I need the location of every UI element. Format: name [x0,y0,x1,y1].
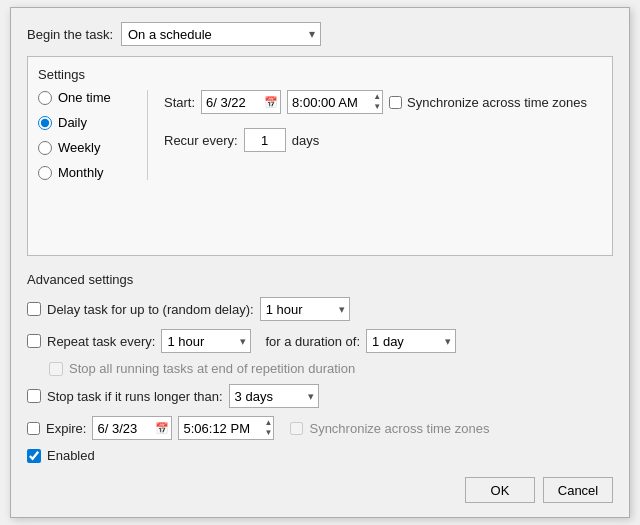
stop-task-checkbox[interactable] [27,389,41,403]
radio-monthly[interactable]: Monthly [38,165,133,180]
enabled-checkbox[interactable] [27,449,41,463]
expire-time-up-arrow[interactable]: ▲ [265,418,273,428]
delay-task-label: Delay task for up to (random delay): [47,302,254,317]
radio-monthly-input[interactable] [38,166,52,180]
expire-time-input[interactable] [178,416,274,440]
radio-weekly-label: Weekly [58,140,100,155]
advanced-section: Advanced settings Delay task for up to (… [27,272,613,463]
time-down-arrow[interactable]: ▼ [373,102,381,112]
begin-task-row: Begin the task: On a schedule [27,22,613,46]
time-up-arrow[interactable]: ▲ [373,92,381,102]
repeat-task-checkbox[interactable] [27,334,41,348]
recur-input[interactable] [244,128,286,152]
delay-task-select-wrapper[interactable]: 1 hour [260,297,350,321]
start-date-input[interactable] [201,90,281,114]
delay-task-checkbox[interactable] [27,302,41,316]
button-row: OK Cancel [27,477,613,503]
radio-monthly-label: Monthly [58,165,104,180]
radio-daily-input[interactable] [38,116,52,130]
radio-one-time-input[interactable] [38,91,52,105]
start-time-wrapper[interactable]: ▲ ▼ [287,90,383,114]
start-time-input[interactable] [287,90,383,114]
stop-task-select[interactable]: 3 days [229,384,319,408]
begin-task-label: Begin the task: [27,27,113,42]
recur-unit-label: days [292,133,319,148]
sync-label: Synchronize across time zones [407,95,587,110]
repeat-task-row: Repeat task every: 1 hour for a duration… [27,329,613,353]
cancel-button[interactable]: Cancel [543,477,613,503]
radio-weekly[interactable]: Weekly [38,140,133,155]
stop-all-row: Stop all running tasks at end of repetit… [49,361,613,376]
delay-task-select[interactable]: 1 hour [260,297,350,321]
repeat-task-select[interactable]: 1 hour [161,329,251,353]
stop-task-label: Stop task if it runs longer than: [47,389,223,404]
expire-time-spinner[interactable]: ▲ ▼ [265,417,273,439]
start-row: Start: ▲ ▼ Synchronize across time zones [164,90,602,114]
repeat-task-label: Repeat task every: [47,334,155,349]
sync-checkbox-row: Synchronize across time zones [389,95,587,110]
radio-daily[interactable]: Daily [38,115,133,130]
radio-weekly-input[interactable] [38,141,52,155]
main-dialog: Begin the task: On a schedule Settings O… [10,7,630,518]
expire-label: Expire: [46,421,86,436]
right-settings: Start: ▲ ▼ Synchronize across time zones [164,90,602,180]
expire-sync-label: Synchronize across time zones [309,421,489,436]
begin-task-select-wrapper[interactable]: On a schedule [121,22,321,46]
delay-task-row: Delay task for up to (random delay): 1 h… [27,297,613,321]
expire-time-wrapper[interactable]: ▲ ▼ [178,416,274,440]
start-label: Start: [164,95,195,110]
for-duration-select[interactable]: 1 day [366,329,456,353]
enabled-label: Enabled [47,448,95,463]
time-spinner[interactable]: ▲ ▼ [373,91,381,113]
settings-box: Settings One time Daily Weekly Mo [27,56,613,256]
begin-task-select[interactable]: On a schedule [121,22,321,46]
expire-row: Expire: ▲ ▼ Synchronize across time zone… [27,416,613,440]
enabled-row: Enabled [27,448,613,463]
advanced-label: Advanced settings [27,272,613,287]
radio-daily-label: Daily [58,115,87,130]
radio-one-time-label: One time [58,90,111,105]
expire-sync-checkbox[interactable] [290,422,303,435]
expire-checkbox[interactable] [27,422,40,435]
stop-task-row: Stop task if it runs longer than: 3 days [27,384,613,408]
expire-time-down-arrow[interactable]: ▼ [265,428,273,438]
stop-all-label: Stop all running tasks at end of repetit… [69,361,355,376]
repeat-task-select-wrapper[interactable]: 1 hour [161,329,251,353]
radio-group: One time Daily Weekly Monthly [38,90,148,180]
stop-task-select-wrapper[interactable]: 3 days [229,384,319,408]
sync-checkbox[interactable] [389,96,402,109]
ok-button[interactable]: OK [465,477,535,503]
recur-label: Recur every: [164,133,238,148]
stop-all-checkbox[interactable] [49,362,63,376]
settings-inner: One time Daily Weekly Monthly [38,90,602,180]
radio-one-time[interactable]: One time [38,90,133,105]
for-duration-select-wrapper[interactable]: 1 day [366,329,456,353]
settings-label: Settings [38,67,602,82]
recur-row: Recur every: days [164,128,602,152]
expire-date-wrapper[interactable] [92,416,172,440]
start-date-wrapper[interactable] [201,90,281,114]
expire-date-input[interactable] [92,416,172,440]
for-duration-label: for a duration of: [265,334,360,349]
